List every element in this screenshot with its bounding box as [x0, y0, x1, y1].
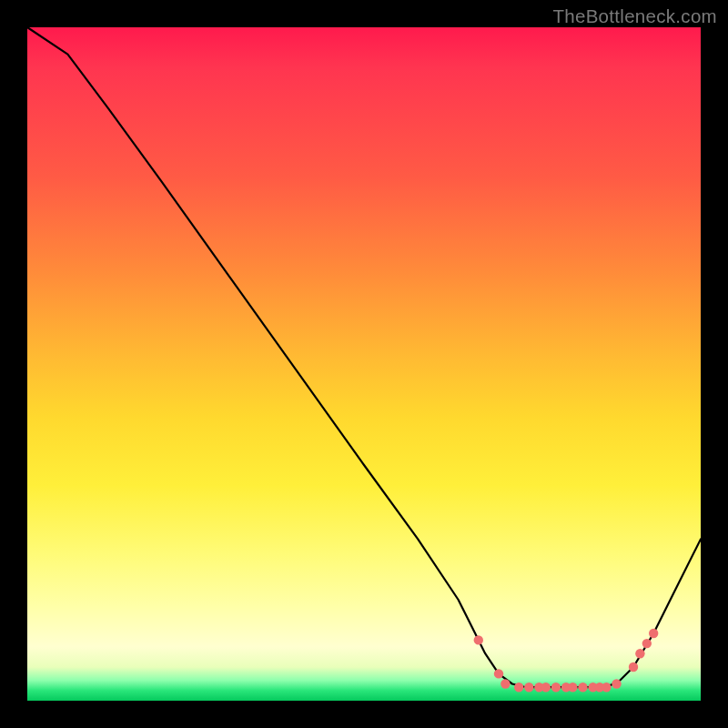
data-dot [474, 635, 483, 644]
data-dot [629, 662, 638, 672]
data-dot [602, 682, 611, 692]
data-dot [551, 682, 561, 692]
chart-frame: TheBottleneck.com [0, 0, 728, 728]
data-dot [524, 682, 533, 692]
data-dot [642, 639, 652, 648]
data-dot [568, 682, 577, 692]
data-dot [612, 679, 621, 688]
data-dot [500, 679, 510, 688]
plot-area [27, 27, 701, 701]
curve-svg [27, 27, 701, 701]
data-dot [494, 669, 503, 678]
data-dots-group [474, 629, 659, 693]
watermark-text: TheBottleneck.com [552, 5, 717, 27]
data-dot [635, 649, 644, 658]
bottleneck-curve [27, 27, 701, 687]
data-dot [649, 629, 658, 638]
data-dot [541, 682, 551, 692]
data-dot [514, 682, 523, 692]
data-dot [578, 682, 587, 692]
